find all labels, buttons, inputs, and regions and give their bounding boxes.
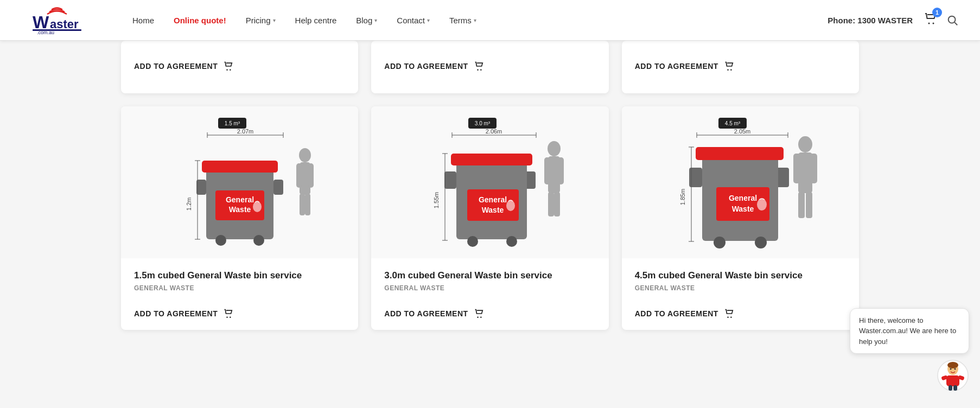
navbar: W aster .com.au Home Online quote! Prici… (0, 0, 980, 41)
cart-button[interactable]: 1 (924, 12, 938, 28)
bin-illustration-1: 3.0 m³ 2.06m (371, 106, 608, 258)
svg-text:1.5 m³: 1.5 m³ (224, 120, 240, 126)
partial-card-0: ADD TO AGREEMENT (121, 41, 358, 93)
svg-text:2.06m: 2.06m (486, 128, 502, 135)
svg-text:W: W (33, 12, 49, 32)
nav-contact[interactable]: Contact ▾ (389, 11, 437, 29)
product-title-0: 1.5m cubed General Waste bin service (134, 270, 345, 281)
add-to-agreement-top-2[interactable]: ADD TO AGREEMENT (635, 53, 735, 82)
cart-add-icon-0 (223, 308, 234, 319)
cart-add-icon-2 (724, 308, 735, 319)
svg-point-10 (477, 69, 479, 71)
svg-rect-53 (554, 192, 560, 216)
svg-rect-81 (806, 192, 812, 218)
svg-rect-50 (544, 157, 550, 184)
bin-illustration-0: 1.5 m³ 2.07m (121, 106, 358, 258)
svg-rect-78 (793, 154, 800, 183)
svg-point-97 (730, 316, 732, 318)
product-card-2: 4.5 m³ 2.05m (622, 106, 859, 330)
svg-text:General: General (479, 195, 507, 204)
svg-point-11 (480, 69, 482, 71)
product-title-1: 3.0m cubed General Waste bin service (384, 270, 595, 281)
svg-rect-22 (296, 163, 302, 188)
add-to-agreement-1[interactable]: ADD TO AGREEMENT (384, 301, 484, 330)
products-row: 1.5 m³ 2.07m (121, 106, 859, 330)
chatbot-widget: Hi there, welcome to Waster.com.au! We a… (850, 308, 969, 352)
svg-text:aster: aster (50, 17, 79, 31)
product-title-2: 4.5m cubed General Waste bin service (635, 270, 846, 281)
add-to-agreement-top-0[interactable]: ADD TO AGREEMENT (134, 53, 234, 82)
svg-point-4 (928, 23, 930, 24)
svg-rect-57 (451, 154, 532, 165)
pricing-chevron-icon: ▾ (273, 17, 276, 23)
svg-text:1.2m: 1.2m (186, 197, 192, 211)
nav-links: Home Online quote! Pricing ▾ Help centre… (125, 11, 828, 29)
svg-rect-51 (558, 157, 564, 184)
svg-rect-54 (444, 171, 456, 189)
svg-rect-24 (300, 194, 305, 215)
product-category-0: GENERAL WASTE (134, 284, 345, 292)
svg-text:General: General (226, 195, 254, 204)
svg-point-35 (253, 235, 264, 246)
search-icon[interactable] (946, 14, 958, 26)
cart-add-icon-top-2 (724, 61, 735, 72)
phone-number: Phone: 1300 WASTER (828, 16, 913, 25)
svg-rect-23 (308, 163, 314, 188)
svg-point-96 (727, 316, 729, 318)
nav-help-centre[interactable]: Help centre (288, 11, 345, 29)
chatbot-bubble: Hi there, welcome to Waster.com.au! We a… (850, 308, 969, 352)
svg-point-68 (477, 316, 479, 318)
svg-rect-79 (810, 154, 817, 183)
svg-text:1.85m: 1.85m (679, 189, 686, 206)
nav-online-quote[interactable]: Online quote! (166, 11, 234, 29)
product-card-0: 1.5 m³ 2.07m (121, 106, 358, 330)
nav-home[interactable]: Home (125, 11, 162, 29)
svg-point-34 (215, 235, 226, 246)
product-info-1: 3.0m cubed General Waste bin service GEN… (371, 258, 608, 330)
partial-card-1: ADD TO AGREEMENT (371, 41, 608, 93)
logo-area[interactable]: W aster .com.au (22, 5, 92, 35)
svg-point-9 (230, 69, 231, 71)
svg-point-63 (506, 236, 517, 247)
product-category-1: GENERAL WASTE (384, 284, 595, 292)
svg-rect-27 (273, 180, 283, 195)
svg-text:2.07m: 2.07m (237, 128, 253, 135)
svg-text:1.55m: 1.55m (433, 192, 440, 209)
svg-point-91 (755, 237, 767, 248)
svg-text:Waste: Waste (228, 205, 251, 214)
partial-card-2: ADD TO AGREEMENT (622, 41, 859, 93)
cart-badge: 1 (932, 8, 942, 17)
svg-point-61 (506, 200, 515, 211)
svg-rect-25 (305, 194, 310, 215)
svg-rect-52 (548, 192, 554, 216)
nav-blog[interactable]: Blog ▾ (348, 11, 385, 29)
top-partial-row: ADD TO AGREEMENT ADD TO AGREEMENT (121, 41, 859, 93)
nav-terms[interactable]: Terms ▾ (442, 11, 484, 29)
svg-point-40 (226, 316, 228, 318)
blog-chevron-icon: ▾ (374, 17, 377, 23)
add-to-agreement-top-1[interactable]: ADD TO AGREEMENT (384, 53, 484, 82)
svg-point-76 (798, 136, 812, 152)
add-to-agreement-2[interactable]: ADD TO AGREEMENT (635, 301, 735, 330)
svg-text:Waste: Waste (732, 205, 754, 213)
svg-rect-85 (696, 147, 784, 160)
nav-icons: 1 (924, 12, 958, 28)
add-to-agreement-0[interactable]: ADD TO AGREEMENT (134, 301, 234, 330)
product-card-1: 3.0 m³ 2.06m (371, 106, 608, 330)
svg-point-13 (730, 69, 732, 71)
svg-point-90 (714, 237, 726, 248)
svg-point-48 (548, 141, 561, 156)
cart-add-icon-top-1 (474, 61, 485, 72)
product-category-2: GENERAL WASTE (635, 284, 846, 292)
bin-illustration-2: 4.5 m³ 2.05m (622, 106, 859, 258)
svg-point-20 (299, 148, 311, 162)
svg-point-41 (230, 316, 231, 318)
contact-chevron-icon: ▾ (427, 17, 430, 23)
svg-point-12 (727, 69, 729, 71)
svg-text:Waste: Waste (482, 206, 504, 214)
svg-rect-26 (196, 180, 206, 195)
cart-add-icon-top-0 (223, 61, 234, 72)
nav-pricing[interactable]: Pricing ▾ (238, 11, 283, 29)
terms-chevron-icon: ▾ (474, 17, 476, 23)
cart-add-icon-1 (474, 308, 485, 319)
